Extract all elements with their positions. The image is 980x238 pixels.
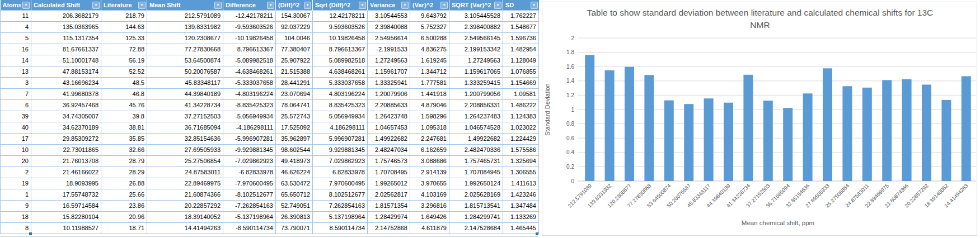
table-cell[interactable]: 2.208856331 <box>449 100 503 111</box>
table-cell[interactable]: 17.525092 <box>276 122 313 134</box>
table-cell[interactable]: 24.87583011 <box>147 167 223 178</box>
table-cell[interactable]: 104.0046 <box>276 33 313 44</box>
table-cell[interactable]: -2.1991533 <box>368 44 410 55</box>
table-cell[interactable]: 1.757465731 <box>449 156 503 167</box>
table-cell[interactable]: 63.530472 <box>276 178 313 189</box>
table-cell[interactable]: 52.749051 <box>276 201 313 212</box>
table-cell[interactable]: 1.575586 <box>503 145 539 156</box>
table-cell[interactable]: 35.962897 <box>276 134 313 145</box>
table-cell[interactable]: 36.92457468 <box>31 100 101 111</box>
table-cell[interactable]: 1.49922682 <box>449 134 503 145</box>
table-cell[interactable]: 2.199153342 <box>449 44 503 55</box>
table-cell[interactable]: 32.85154636 <box>147 134 223 145</box>
table-cell[interactable]: 5.752327 <box>410 22 449 33</box>
filter-dropdown-button[interactable]: ▼ <box>531 2 538 9</box>
table-cell[interactable]: 27.69505933 <box>147 145 223 156</box>
table-cell[interactable]: 4.803196224 <box>313 89 368 100</box>
bar[interactable] <box>941 100 951 181</box>
table-cell[interactable]: 18.39140052 <box>147 212 223 223</box>
table-cell[interactable]: 7.970600495 <box>313 178 368 189</box>
table-cell[interactable]: 1.28429974 <box>368 212 410 223</box>
table-cell[interactable]: 4.186298111 <box>313 122 368 134</box>
table-cell[interactable]: 8.796613367 <box>223 44 276 55</box>
table-cell[interactable]: 5 <box>1 33 31 44</box>
table-cell[interactable]: 65.650712 <box>276 189 313 201</box>
bar[interactable] <box>763 101 773 181</box>
table-cell[interactable]: 3.105445528 <box>449 11 503 22</box>
table-cell[interactable]: 135.0363965 <box>31 22 101 33</box>
table-cell[interactable]: 38.81 <box>101 122 147 134</box>
table-cell[interactable]: 25.27506854 <box>147 156 223 167</box>
table-cell[interactable]: 1.124383 <box>503 111 539 122</box>
bar[interactable] <box>803 93 813 181</box>
table-cell[interactable]: -4.186298111 <box>223 122 276 134</box>
bar[interactable] <box>605 70 615 181</box>
table-cell[interactable]: 144.63 <box>101 22 147 33</box>
table-cell[interactable]: 46.626224 <box>276 167 313 178</box>
table-cell[interactable]: 50.20076587 <box>147 66 223 78</box>
table-cell[interactable]: 52.52 <box>101 66 147 78</box>
table-cell[interactable]: -10.19826458 <box>223 33 276 44</box>
table-cell[interactable]: 1.548677 <box>503 22 539 33</box>
table-cell[interactable]: -7.970600495 <box>223 178 276 189</box>
table-cell[interactable]: 1.465445 <box>503 223 539 234</box>
table-cell[interactable]: 51.10001748 <box>31 55 101 66</box>
table-cell[interactable]: 1.81571354 <box>368 201 410 212</box>
table-cell[interactable]: 2.549566145 <box>449 33 503 44</box>
table-cell[interactable]: -4.638468261 <box>223 66 276 78</box>
table-cell[interactable]: 1.486222 <box>503 100 539 111</box>
table-cell[interactable]: -9.929881345 <box>223 145 276 156</box>
table-cell[interactable]: 9.593603526 <box>313 22 368 33</box>
table-cell[interactable]: 20 <box>1 156 31 167</box>
bar[interactable] <box>644 75 654 181</box>
table-cell[interactable]: 2.20885633 <box>368 100 410 111</box>
bar[interactable] <box>922 85 931 182</box>
table-cell[interactable]: 1 <box>1 189 31 201</box>
filter-dropdown-button[interactable]: ▼ <box>267 2 274 9</box>
table-cell[interactable]: 53.64500874 <box>147 55 223 66</box>
table-cell[interactable]: 10.11988527 <box>31 223 101 234</box>
table-cell[interactable]: 40 <box>1 122 31 134</box>
table-cell[interactable]: 218.79 <box>101 11 147 22</box>
table-cell[interactable]: 18.9093995 <box>31 178 101 189</box>
table-cell[interactable]: 1.20079906 <box>368 89 410 100</box>
table-cell[interactable]: 1.70708495 <box>368 167 410 178</box>
bar[interactable] <box>902 79 912 181</box>
table-cell[interactable]: 7.029862923 <box>313 156 368 167</box>
table-cell[interactable]: 4.611879 <box>410 223 449 234</box>
filter-dropdown-button[interactable]: ▼ <box>92 2 100 9</box>
table-cell[interactable]: 1.777581 <box>410 78 449 89</box>
table-cell[interactable]: 26.390813 <box>276 212 313 223</box>
table-cell[interactable]: 1.15961707 <box>368 66 410 78</box>
table-cell[interactable]: 2.398400882 <box>449 22 503 33</box>
table-cell[interactable]: 212.5791089 <box>147 11 223 22</box>
table-cell[interactable]: 139.8331982 <box>147 22 223 33</box>
filter-dropdown-button[interactable]: ▼ <box>359 2 366 9</box>
table-cell[interactable]: 39 <box>1 111 31 122</box>
table-cell[interactable]: 44.39840189 <box>147 89 223 100</box>
table-cell[interactable]: 4 <box>1 22 31 33</box>
table-cell[interactable]: 41.34228734 <box>147 100 223 111</box>
table-cell[interactable]: 1.04657453 <box>368 122 410 134</box>
table-cell[interactable]: 16.59714584 <box>31 201 101 212</box>
table-cell[interactable]: 23.86 <box>101 201 147 212</box>
table-cell[interactable]: 34.74305007 <box>31 111 101 122</box>
table-cell[interactable]: 81.67661337 <box>31 44 101 55</box>
table-cell[interactable]: 2.54956614 <box>368 33 410 44</box>
bar[interactable] <box>823 68 832 181</box>
table-cell[interactable]: 5.089982518 <box>313 55 368 66</box>
filter-dropdown-button[interactable]: ▼ <box>401 2 409 9</box>
table-cell[interactable]: 1.154669 <box>503 78 539 89</box>
table-cell[interactable]: 48.5 <box>101 78 147 89</box>
table-cell[interactable]: 3.088686 <box>410 156 449 167</box>
bar[interactable] <box>724 103 733 181</box>
filter-dropdown-button[interactable]: ▼ <box>440 2 448 9</box>
table-cell[interactable]: 1.423246 <box>503 189 539 201</box>
table-cell[interactable]: 1.411613 <box>503 178 539 189</box>
table-cell[interactable]: 39.8 <box>101 111 147 122</box>
table-cell[interactable]: 36.71685094 <box>147 122 223 134</box>
table-cell[interactable]: 8.796613367 <box>313 44 368 55</box>
table-cell[interactable]: 46.8 <box>101 89 147 100</box>
table-cell[interactable]: 1.046574528 <box>449 122 503 134</box>
table-cell[interactable]: 25.572743 <box>276 111 313 122</box>
